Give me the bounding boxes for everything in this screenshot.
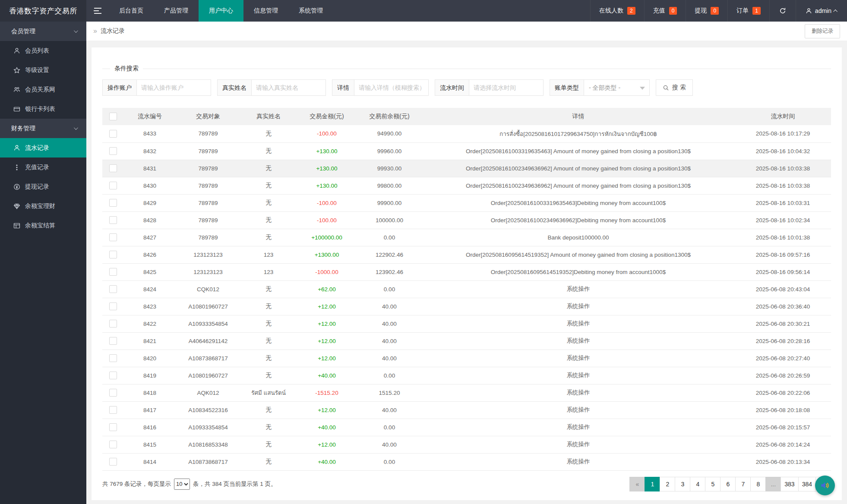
page-6[interactable]: 6 <box>720 477 736 491</box>
detail: Order[20250816095614519352]Debiting mone… <box>422 263 735 280</box>
sound-button[interactable] <box>815 476 835 495</box>
page-1[interactable]: 1 <box>645 477 660 491</box>
sidebar-item-0-3[interactable]: 银行卡列表 <box>0 99 86 119</box>
refresh-button[interactable] <box>769 0 796 22</box>
sidebar-item-0-1[interactable]: 等级设置 <box>0 60 86 80</box>
row-checkbox[interactable] <box>109 354 117 362</box>
column-header-3: 交易金额(元) <box>297 108 357 125</box>
search-panel: 条件搜索 操作账户真实姓名详情流水时间账单类型- 全部类型 -搜 索 <box>102 65 831 98</box>
page-4[interactable]: 4 <box>690 477 705 491</box>
page-7[interactable]: 7 <box>735 477 751 491</box>
delete-records-button[interactable]: 删除记录 <box>805 24 840 38</box>
row-checkbox[interactable] <box>109 458 117 466</box>
row-checkbox[interactable] <box>109 268 117 276</box>
header-stat-3[interactable]: 订单1 <box>727 0 769 22</box>
sidebar-group-0[interactable]: 会员管理 <box>0 22 86 41</box>
header-stat-2[interactable]: 提现0 <box>686 0 727 22</box>
user-menu[interactable]: admin <box>796 0 847 22</box>
stat-label: 在线人数 <box>599 7 623 15</box>
top-nav-item-1[interactable]: 产品管理 <box>154 0 199 22</box>
top-nav-item-2[interactable]: 用户中心 <box>199 0 243 22</box>
trade-amount: +12.00 <box>297 315 357 332</box>
page-3[interactable]: 3 <box>675 477 690 491</box>
search-field-label: 操作账户 <box>102 79 137 96</box>
real-name: 无 <box>240 350 297 367</box>
type-select[interactable]: - 全部类型 - <box>584 79 650 96</box>
page-2[interactable]: 2 <box>660 477 675 491</box>
page-383[interactable]: 383 <box>781 477 798 491</box>
page-size-select[interactable]: 10 <box>174 479 190 490</box>
row-id: 8415 <box>124 436 176 453</box>
table-row: 8421A40646291142无+12.0040.00系统操作2025-06-… <box>102 332 831 350</box>
row-checkbox[interactable] <box>109 337 117 345</box>
top-header: 香港数字资产交易所 后台首页产品管理用户中心信息管理系统管理 在线人数2充值0提… <box>0 0 847 22</box>
record-time: 2025-06-08 20:22:06 <box>735 384 831 401</box>
sidebar-item-1-1[interactable]: 充值记录 <box>0 158 86 177</box>
row-checkbox[interactable] <box>109 406 117 414</box>
top-nav-item-0[interactable]: 后台首页 <box>109 0 154 22</box>
grid-icon <box>13 222 21 230</box>
detail-input[interactable] <box>354 79 429 96</box>
time-input[interactable] <box>469 79 544 96</box>
row-checkbox[interactable] <box>109 216 117 224</box>
records-table: 流水编号交易对象真实姓名交易金额(元)交易前余额(元)详情流水时间 843378… <box>102 108 831 471</box>
sidebar-group-1[interactable]: 财务管理 <box>0 119 86 138</box>
users-icon <box>13 86 21 94</box>
sidebar-item-1-2[interactable]: 提现记录 <box>0 177 86 196</box>
sidebar-item-1-3[interactable]: 余额宝理财 <box>0 196 86 216</box>
detail: 系统操作 <box>422 401 735 419</box>
top-nav-item-3[interactable]: 信息管理 <box>243 0 288 22</box>
sidebar-item-label: 等级设置 <box>25 66 49 74</box>
page-8[interactable]: 8 <box>750 477 766 491</box>
detail: Bank deposit100000.00 <box>422 229 735 246</box>
trade-party: A40646291142 <box>176 332 240 350</box>
row-checkbox[interactable] <box>109 130 117 138</box>
row-checkbox[interactable] <box>109 441 117 448</box>
row-checkbox-cell <box>102 384 124 401</box>
sidebar-item-0-2[interactable]: 会员关系网 <box>0 80 86 99</box>
row-checkbox[interactable] <box>109 285 117 293</box>
row-checkbox[interactable] <box>109 233 117 241</box>
page-5[interactable]: 5 <box>705 477 721 491</box>
search-field-detail: 详情 <box>332 79 429 96</box>
row-checkbox[interactable] <box>109 199 117 207</box>
row-checkbox[interactable] <box>109 164 117 172</box>
top-nav-item-4[interactable]: 系统管理 <box>288 0 333 22</box>
sidebar-item-1-0[interactable]: 流水记录 <box>0 138 86 158</box>
header-stat-0[interactable]: 在线人数2 <box>590 0 644 22</box>
row-checkbox[interactable] <box>109 423 117 431</box>
trade-party: 789789 <box>176 142 240 160</box>
sidebar-item-1-4[interactable]: 余额宝结算 <box>0 216 86 235</box>
column-header-1: 交易对象 <box>176 108 240 125</box>
stat-badge: 2 <box>627 7 635 15</box>
menu-toggle-icon[interactable] <box>86 0 109 22</box>
detail: 系统操作 <box>422 436 735 453</box>
row-checkbox[interactable] <box>109 251 117 258</box>
record-time: 2025-06-08 20:30:21 <box>735 315 831 332</box>
real-name: 无 <box>240 194 297 211</box>
real-name: 无 <box>240 211 297 229</box>
balance-before: 40.00 <box>357 298 422 315</box>
row-checkbox[interactable] <box>109 320 117 328</box>
row-checkbox[interactable] <box>109 302 117 310</box>
row-checkbox[interactable] <box>109 182 117 189</box>
row-checkbox[interactable] <box>109 372 117 379</box>
row-checkbox-cell <box>102 453 124 470</box>
header-stat-1[interactable]: 充值0 <box>644 0 686 22</box>
trade-party: 789789 <box>176 160 240 177</box>
record-time: 2025-06-08 20:14:24 <box>735 436 831 453</box>
row-checkbox[interactable] <box>109 389 117 397</box>
search-icon <box>663 85 669 91</box>
row-checkbox[interactable] <box>109 147 117 155</box>
search-button[interactable]: 搜 索 <box>656 79 693 96</box>
detail: Order[20250816095614519352] Amount of mo… <box>422 246 735 263</box>
balance-before: 40.00 <box>357 332 422 350</box>
search-field-realname: 真实姓名 <box>217 79 326 96</box>
detail: 系统操作 <box>422 384 735 401</box>
realname-input[interactable] <box>252 79 326 96</box>
select-all-checkbox[interactable] <box>109 113 117 120</box>
sidebar-item-0-0[interactable]: 会员列表 <box>0 41 86 60</box>
account-input[interactable] <box>137 79 211 96</box>
table-row: 8430789789无+130.0099800.00Order[20250816… <box>102 177 831 194</box>
page-384[interactable]: 384 <box>798 477 816 491</box>
